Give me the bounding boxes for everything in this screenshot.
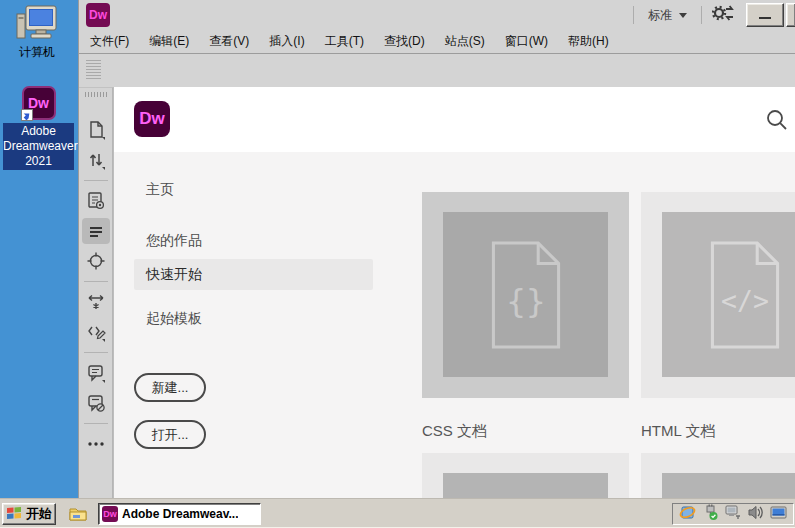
task-label: Adobe Dreamweav...	[122, 507, 238, 521]
card-label: HTML 文档	[641, 422, 795, 441]
search-icon[interactable]	[765, 108, 789, 136]
start-button[interactable]: 开始	[2, 503, 56, 525]
card-thumbnail[interactable]: </>	[641, 192, 795, 398]
menu-find[interactable]: 查找(D)	[374, 30, 435, 53]
sort-files-icon[interactable]	[82, 147, 110, 173]
start-label: 开始	[26, 505, 52, 523]
comment-disabled-icon[interactable]	[82, 390, 110, 416]
more-options-icon[interactable]	[82, 431, 110, 457]
desktop-icon-computer[interactable]: 计算机	[6, 4, 68, 61]
dw-logo-text: Dw	[89, 8, 107, 22]
open-button[interactable]: 打开...	[134, 420, 206, 449]
menu-site[interactable]: 站点(S)	[435, 30, 495, 53]
menu-bar: 文件(F) 编辑(E) 查看(V) 插入(I) 工具(T) 查找(D) 站点(S…	[79, 30, 795, 54]
welcome-header: Dw	[114, 87, 795, 152]
chevron-down-icon	[679, 13, 687, 18]
windows-logo-icon	[6, 506, 23, 521]
welcome-screen: Dw 主页 您的作品 快速开始 起始模板 新建... 打开...	[113, 87, 795, 498]
toolbar-divider	[84, 281, 108, 282]
card-html-document[interactable]: </> HTML 文档	[641, 192, 795, 498]
toolbar-strip	[79, 54, 795, 87]
computer-icon	[16, 4, 58, 42]
card-css-document[interactable]: {} CSS 文档	[422, 192, 629, 498]
welcome-body: 主页 您的作品 快速开始 起始模板 新建... 打开...	[114, 152, 795, 498]
maximize-button-partial[interactable]	[786, 3, 795, 27]
workspace-label: 标准	[648, 7, 672, 24]
title-bar[interactable]: Dw 标准	[79, 0, 795, 30]
divider	[701, 6, 702, 24]
code-format-icon[interactable]	[82, 319, 110, 345]
new-file-icon[interactable]	[82, 117, 110, 143]
dreamweaver-logo: Dw	[134, 101, 170, 137]
menu-edit[interactable]: 编辑(E)	[139, 30, 199, 53]
windows-activation-icon[interactable]	[679, 504, 696, 525]
quick-launch-icon[interactable]	[68, 504, 88, 524]
word-wrap-icon[interactable]	[82, 289, 110, 315]
minimize-icon	[759, 17, 771, 19]
desktop-icon-label-selected: Adobe Dreamweaver 2021	[3, 123, 74, 170]
card-thumbnail[interactable]: {}	[422, 192, 629, 398]
quick-start-cards: {} CSS 文档	[422, 192, 795, 498]
system-tray	[672, 503, 794, 525]
live-view-options-icon[interactable]	[82, 188, 110, 214]
display-icon[interactable]	[770, 504, 787, 525]
app-icon-small[interactable]: Dw	[86, 3, 110, 27]
nav-starter-templates[interactable]: 起始模板	[146, 310, 202, 328]
toolbar-divider	[84, 352, 108, 353]
toolbar-grip[interactable]	[86, 58, 101, 79]
html-file-icon: </>	[699, 239, 791, 351]
menu-view[interactable]: 查看(V)	[199, 30, 259, 53]
screen: 计算机 Dw Adobe Dreamweaver 2021 Dw 标准	[0, 0, 795, 528]
new-button[interactable]: 新建...	[134, 373, 206, 402]
workspace-settings-icon[interactable]	[712, 4, 736, 26]
network-icon[interactable]	[724, 504, 741, 525]
dreamweaver-window: Dw 标准	[78, 0, 795, 498]
svg-text:{}: {}	[506, 282, 545, 320]
toolbar-divider	[84, 423, 108, 424]
menu-window[interactable]: 窗口(W)	[495, 30, 558, 53]
menu-help[interactable]: 帮助(H)	[558, 30, 619, 53]
safely-remove-hardware-icon[interactable]	[702, 504, 719, 525]
toolbar-grip[interactable]	[85, 92, 107, 97]
shortcut-arrow-icon	[21, 109, 33, 121]
workspace-switcher[interactable]: 标准	[644, 7, 691, 24]
dw-logo-text: Dw	[103, 509, 117, 519]
taskbar-task-dreamweaver[interactable]: Dw Adobe Dreamweav...	[98, 503, 261, 525]
card-label: CSS 文档	[422, 422, 629, 441]
menu-tools[interactable]: 工具(T)	[315, 30, 374, 53]
dreamweaver-task-icon: Dw	[102, 506, 118, 522]
menu-file[interactable]: 文件(F)	[80, 30, 139, 53]
comment-icon[interactable]	[82, 360, 110, 386]
nav-quick-start[interactable]: 快速开始	[134, 259, 373, 290]
dreamweaver-app-icon: Dw	[22, 86, 56, 120]
svg-text:</>: </>	[721, 285, 769, 316]
volume-icon[interactable]	[747, 504, 764, 525]
taskbar: 开始 Dw Adobe Dreamweav...	[0, 498, 795, 528]
toolbar-divider	[84, 180, 108, 181]
css-file-icon: {}	[480, 239, 572, 351]
nav-quick-start-label: 快速开始	[146, 266, 202, 284]
menu-insert[interactable]: 插入(I)	[259, 30, 314, 53]
minimize-button[interactable]	[746, 3, 784, 27]
dw-logo-text: Dw	[139, 109, 165, 129]
nav-your-work[interactable]: 您的作品	[146, 232, 202, 250]
desktop-icon-label: 计算机	[19, 44, 55, 61]
card-thumbnail-partial[interactable]	[641, 453, 795, 498]
nav-home[interactable]: 主页	[146, 181, 174, 199]
format-source-icon[interactable]	[82, 218, 110, 244]
card-thumbnail-partial[interactable]	[422, 453, 629, 498]
desktop-icon-dreamweaver[interactable]: Dw Adobe Dreamweaver 2021	[3, 86, 74, 170]
left-toolbar	[79, 87, 113, 498]
divider	[633, 6, 634, 24]
locate-in-site-icon[interactable]	[82, 248, 110, 274]
